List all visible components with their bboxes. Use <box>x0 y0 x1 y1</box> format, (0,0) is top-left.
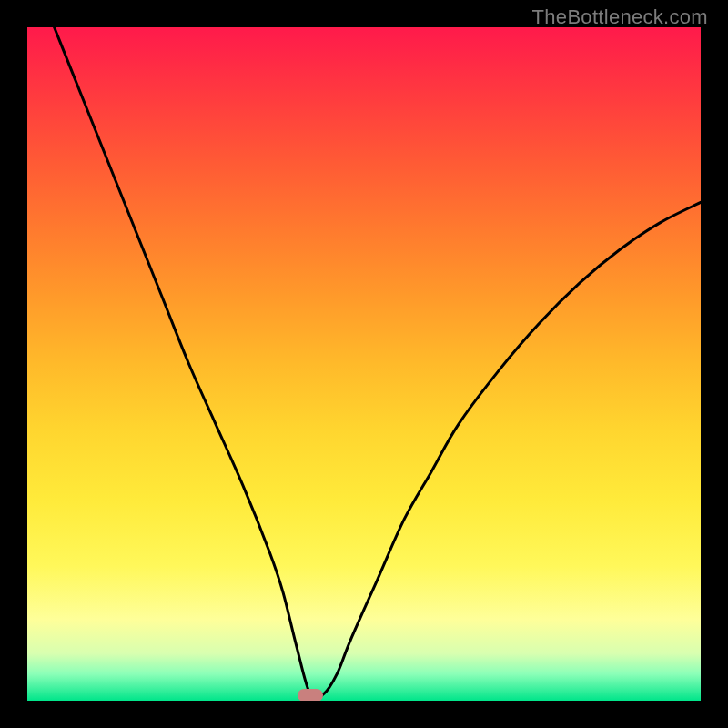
watermark-text: TheBottleneck.com <box>532 5 708 29</box>
optimum-marker <box>298 689 323 701</box>
curve-layer <box>27 27 701 701</box>
plot-area <box>27 27 701 701</box>
chart-frame: TheBottleneck.com <box>0 0 728 728</box>
bottleneck-curve <box>55 27 701 698</box>
